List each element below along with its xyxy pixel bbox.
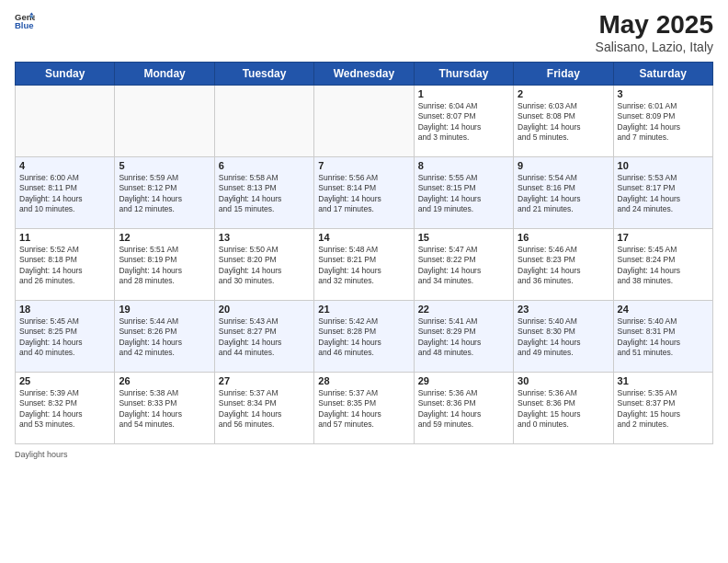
calendar-cell (16, 85, 115, 156)
cell-text: Sunrise: 5:35 AM Sunset: 8:37 PM Dayligh… (618, 388, 709, 431)
calendar-cell: 20Sunrise: 5:43 AM Sunset: 8:27 PM Dayli… (214, 300, 313, 372)
day-header-tuesday: Tuesday (214, 62, 313, 85)
calendar-cell: 6Sunrise: 5:58 AM Sunset: 8:13 PM Daylig… (214, 156, 313, 228)
day-header-sunday: Sunday (16, 62, 115, 85)
calendar-cell: 22Sunrise: 5:41 AM Sunset: 8:29 PM Dayli… (414, 300, 513, 372)
calendar-cell: 14Sunrise: 5:48 AM Sunset: 8:21 PM Dayli… (314, 228, 414, 300)
cell-text: Sunrise: 5:51 AM Sunset: 8:19 PM Dayligh… (119, 245, 210, 287)
day-number: 10 (618, 160, 709, 171)
calendar-cell (214, 85, 313, 156)
day-header-row: SundayMondayTuesdayWednesdayThursdayFrid… (16, 62, 713, 85)
footer-daylight: Daylight hours (15, 450, 713, 459)
day-number: 19 (119, 304, 210, 315)
day-number: 11 (19, 232, 110, 243)
cell-text: Sunrise: 5:50 AM Sunset: 8:20 PM Dayligh… (219, 245, 310, 287)
calendar-cell: 23Sunrise: 5:40 AM Sunset: 8:30 PM Dayli… (514, 300, 613, 372)
day-number: 7 (318, 160, 409, 171)
week-row-4: 18Sunrise: 5:45 AM Sunset: 8:25 PM Dayli… (16, 300, 713, 372)
day-number: 31 (618, 375, 709, 386)
calendar-cell: 28Sunrise: 5:37 AM Sunset: 8:35 PM Dayli… (314, 372, 414, 443)
cell-text: Sunrise: 5:39 AM Sunset: 8:32 PM Dayligh… (19, 388, 110, 431)
calendar-cell (115, 85, 214, 156)
cell-text: Sunrise: 5:42 AM Sunset: 8:28 PM Dayligh… (318, 316, 409, 359)
svg-text:Blue: Blue (15, 20, 34, 30)
day-number: 21 (318, 304, 409, 315)
day-number: 13 (219, 232, 310, 243)
cell-text: Sunrise: 5:40 AM Sunset: 8:30 PM Dayligh… (518, 316, 609, 359)
day-number: 3 (618, 88, 709, 99)
cell-text: Sunrise: 5:48 AM Sunset: 8:21 PM Dayligh… (318, 245, 409, 287)
day-header-wednesday: Wednesday (314, 62, 414, 85)
cell-text: Sunrise: 5:45 AM Sunset: 8:25 PM Dayligh… (19, 316, 110, 359)
calendar-cell: 18Sunrise: 5:45 AM Sunset: 8:25 PM Dayli… (16, 300, 115, 372)
cell-text: Sunrise: 5:55 AM Sunset: 8:15 PM Dayligh… (418, 173, 509, 215)
day-header-monday: Monday (115, 62, 214, 85)
cell-text: Sunrise: 5:37 AM Sunset: 8:34 PM Dayligh… (219, 388, 310, 431)
week-row-5: 25Sunrise: 5:39 AM Sunset: 8:32 PM Dayli… (16, 372, 713, 443)
day-number: 29 (418, 375, 509, 386)
week-row-2: 4Sunrise: 6:00 AM Sunset: 8:11 PM Daylig… (16, 156, 713, 228)
calendar-cell: 1Sunrise: 6:04 AM Sunset: 8:07 PM Daylig… (414, 85, 513, 156)
day-number: 24 (618, 304, 709, 315)
cell-text: Sunrise: 5:52 AM Sunset: 8:18 PM Dayligh… (19, 245, 110, 287)
calendar-cell: 19Sunrise: 5:44 AM Sunset: 8:26 PM Dayli… (115, 300, 214, 372)
week-row-3: 11Sunrise: 5:52 AM Sunset: 8:18 PM Dayli… (16, 228, 713, 300)
calendar-cell: 25Sunrise: 5:39 AM Sunset: 8:32 PM Dayli… (16, 372, 115, 443)
calendar-cell: 13Sunrise: 5:50 AM Sunset: 8:20 PM Dayli… (214, 228, 313, 300)
cell-text: Sunrise: 5:43 AM Sunset: 8:27 PM Dayligh… (219, 316, 310, 359)
day-number: 22 (418, 304, 509, 315)
cell-text: Sunrise: 5:56 AM Sunset: 8:14 PM Dayligh… (318, 173, 409, 215)
cell-text: Sunrise: 5:44 AM Sunset: 8:26 PM Dayligh… (119, 316, 210, 359)
day-number: 28 (318, 375, 409, 386)
calendar-cell: 8Sunrise: 5:55 AM Sunset: 8:15 PM Daylig… (414, 156, 513, 228)
daylight-label: Daylight hours (15, 450, 68, 459)
calendar-cell (314, 85, 414, 156)
day-number: 26 (119, 375, 210, 386)
day-number: 8 (418, 160, 509, 171)
calendar-cell: 9Sunrise: 5:54 AM Sunset: 8:16 PM Daylig… (514, 156, 613, 228)
week-row-1: 1Sunrise: 6:04 AM Sunset: 8:07 PM Daylig… (16, 85, 713, 156)
calendar-cell: 21Sunrise: 5:42 AM Sunset: 8:28 PM Dayli… (314, 300, 414, 372)
calendar-cell: 3Sunrise: 6:01 AM Sunset: 8:09 PM Daylig… (613, 85, 712, 156)
day-number: 5 (119, 160, 210, 171)
cell-text: Sunrise: 5:36 AM Sunset: 8:36 PM Dayligh… (418, 388, 509, 431)
day-header-thursday: Thursday (414, 62, 513, 85)
day-number: 6 (219, 160, 310, 171)
calendar-cell: 5Sunrise: 5:59 AM Sunset: 8:12 PM Daylig… (115, 156, 214, 228)
cell-text: Sunrise: 5:46 AM Sunset: 8:23 PM Dayligh… (518, 245, 609, 287)
day-number: 18 (19, 304, 110, 315)
calendar-cell: 4Sunrise: 6:00 AM Sunset: 8:11 PM Daylig… (16, 156, 115, 228)
calendar-cell: 15Sunrise: 5:47 AM Sunset: 8:22 PM Dayli… (414, 228, 513, 300)
day-number: 14 (318, 232, 409, 243)
cell-text: Sunrise: 5:38 AM Sunset: 8:33 PM Dayligh… (119, 388, 210, 431)
calendar-cell: 30Sunrise: 5:36 AM Sunset: 8:36 PM Dayli… (514, 372, 613, 443)
calendar-title: May 2025 (596, 11, 713, 40)
calendar-cell: 7Sunrise: 5:56 AM Sunset: 8:14 PM Daylig… (314, 156, 414, 228)
day-number: 16 (518, 232, 609, 243)
calendar-cell: 27Sunrise: 5:37 AM Sunset: 8:34 PM Dayli… (214, 372, 313, 443)
cell-text: Sunrise: 5:41 AM Sunset: 8:29 PM Dayligh… (418, 316, 509, 359)
day-number: 12 (119, 232, 210, 243)
logo-icon: General Blue (15, 11, 35, 31)
cell-text: Sunrise: 5:54 AM Sunset: 8:16 PM Dayligh… (518, 173, 609, 215)
calendar-cell: 16Sunrise: 5:46 AM Sunset: 8:23 PM Dayli… (514, 228, 613, 300)
day-number: 20 (219, 304, 310, 315)
logo: General Blue (15, 11, 35, 31)
cell-text: Sunrise: 5:40 AM Sunset: 8:31 PM Dayligh… (618, 316, 709, 359)
day-header-saturday: Saturday (613, 62, 712, 85)
day-number: 30 (518, 375, 609, 386)
day-number: 25 (19, 375, 110, 386)
day-number: 2 (518, 88, 609, 99)
day-number: 1 (418, 88, 509, 99)
calendar-cell: 10Sunrise: 5:53 AM Sunset: 8:17 PM Dayli… (613, 156, 712, 228)
cell-text: Sunrise: 6:04 AM Sunset: 8:07 PM Dayligh… (418, 101, 509, 144)
cell-text: Sunrise: 5:37 AM Sunset: 8:35 PM Dayligh… (318, 388, 409, 431)
calendar-cell: 24Sunrise: 5:40 AM Sunset: 8:31 PM Dayli… (613, 300, 712, 372)
calendar-cell: 31Sunrise: 5:35 AM Sunset: 8:37 PM Dayli… (613, 372, 712, 443)
calendar-cell: 2Sunrise: 6:03 AM Sunset: 8:08 PM Daylig… (514, 85, 613, 156)
cell-text: Sunrise: 6:00 AM Sunset: 8:11 PM Dayligh… (19, 173, 110, 215)
cell-text: Sunrise: 5:58 AM Sunset: 8:13 PM Dayligh… (219, 173, 310, 215)
cell-text: Sunrise: 6:03 AM Sunset: 8:08 PM Dayligh… (518, 101, 609, 144)
title-block: May 2025 Salisano, Lazio, Italy (596, 11, 713, 54)
day-number: 23 (518, 304, 609, 315)
